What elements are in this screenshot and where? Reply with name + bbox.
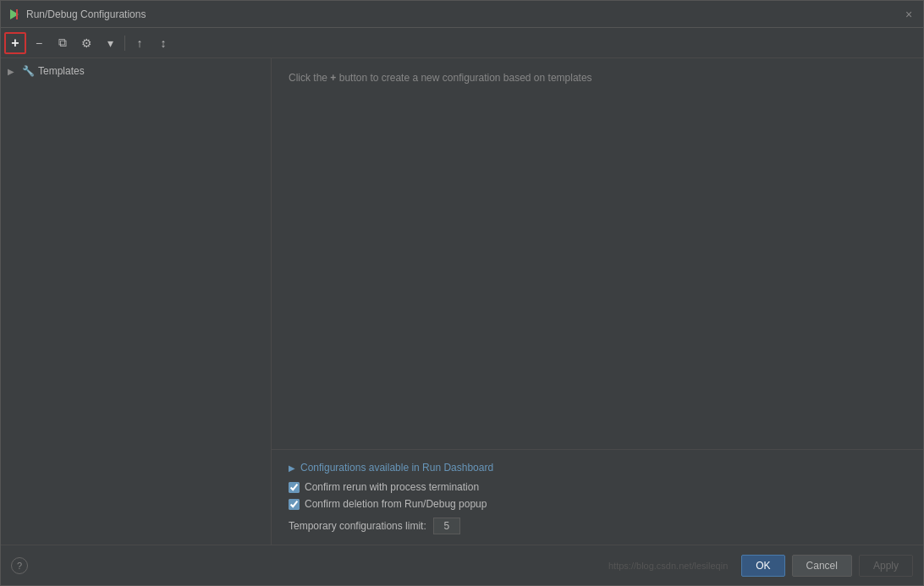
temp-config-input[interactable] (433, 518, 460, 534)
footer-right: https://blog.csdn.net/lesileqin OK Cance… (608, 555, 913, 577)
confirm-deletion-checkbox[interactable] (289, 499, 300, 510)
confirm-rerun-checkbox[interactable] (289, 482, 300, 493)
temp-config-label: Temporary configurations limit: (289, 520, 426, 532)
arrow-down-button[interactable]: ▾ (99, 32, 121, 54)
confirm-rerun-label: Confirm rerun with process termination (305, 481, 479, 493)
cancel-button[interactable]: Cancel (792, 555, 852, 577)
settings-button[interactable]: ⚙ (75, 32, 97, 54)
dialog-window: Run/Debug Configurations × + − ⧉ ⚙ ▾ ↑ ↕… (0, 0, 924, 586)
temp-config-row: Temporary configurations limit: (289, 512, 906, 538)
left-panel: ▶ 🔧 Templates (1, 58, 272, 545)
tree-item-templates[interactable]: ▶ 🔧 Templates (1, 62, 271, 80)
templates-icon: 🔧 (21, 64, 35, 78)
help-button[interactable]: ? (11, 557, 28, 574)
footer-url: https://blog.csdn.net/lesileqin (608, 561, 728, 571)
checkbox-row-rerun: Confirm rerun with process termination (289, 479, 906, 496)
configurations-dashboard-label: Configurations available in Run Dashboar… (300, 462, 493, 474)
close-button[interactable]: × (901, 7, 916, 22)
toolbar-separator (124, 36, 125, 51)
hint-text: Click the + button to create a new confi… (289, 72, 906, 84)
confirm-deletion-label: Confirm deletion from Run/Debug popup (305, 498, 487, 510)
run-debug-icon (8, 8, 21, 21)
svg-rect-1 (16, 9, 18, 19)
toolbar: + − ⧉ ⚙ ▾ ↑ ↕ (1, 28, 923, 58)
ok-button[interactable]: OK (741, 555, 784, 577)
footer: ? https://blog.csdn.net/lesileqin OK Can… (1, 545, 923, 585)
checkbox-row-deletion: Confirm deletion from Run/Debug popup (289, 496, 906, 512)
title-bar: Run/Debug Configurations × (1, 1, 923, 28)
apply-button[interactable]: Apply (859, 555, 913, 577)
configurations-dashboard-section[interactable]: ▶ Configurations available in Run Dashbo… (289, 457, 906, 479)
add-configuration-button[interactable]: + (4, 32, 26, 54)
window-title: Run/Debug Configurations (26, 8, 146, 20)
move-down-button[interactable]: ↕ (152, 32, 174, 54)
right-panel: Click the + button to create a new confi… (272, 58, 923, 545)
footer-left: ? (11, 557, 28, 574)
expand-arrow-icon: ▶ (8, 67, 18, 76)
main-content: ▶ 🔧 Templates Click the + button to crea… (1, 58, 923, 545)
copy-configuration-button[interactable]: ⧉ (52, 32, 74, 54)
move-up-button[interactable]: ↑ (129, 32, 151, 54)
right-main: Click the + button to create a new confi… (272, 58, 923, 449)
remove-configuration-button[interactable]: − (28, 32, 50, 54)
right-bottom: ▶ Configurations available in Run Dashbo… (272, 449, 923, 545)
section-arrow-icon: ▶ (289, 463, 295, 473)
title-bar-left: Run/Debug Configurations (8, 8, 146, 21)
templates-label: Templates (38, 65, 85, 77)
